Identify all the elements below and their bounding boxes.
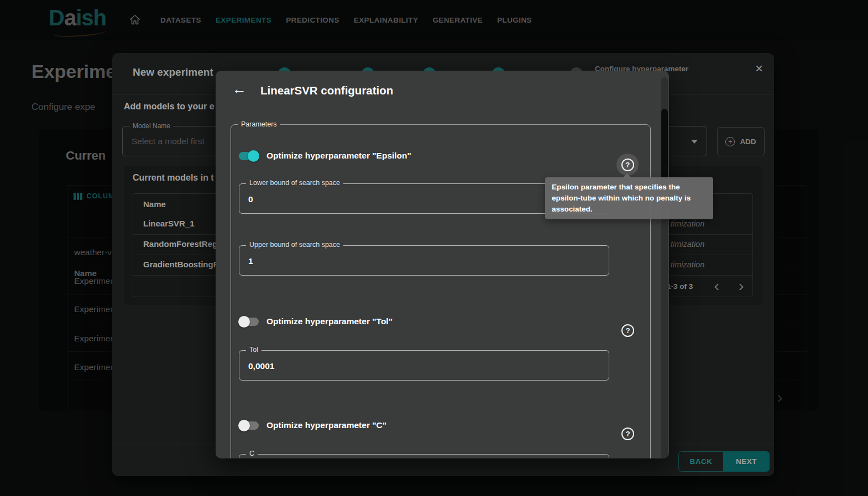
tol-toggle-label: Optimize hyperparameter "Tol" [266,316,393,326]
field-value: 1 [248,455,253,458]
toggle-knob [238,316,250,328]
parameters-fieldset: Parameters Optimize hyperparameter "Epsi… [231,120,651,458]
tol-toggle-row: Optimize hyperparameter "Tol" [239,315,393,328]
parameters-legend: Parameters [238,120,280,128]
back-arrow-icon[interactable]: ← [232,82,247,96]
tol-toggle[interactable] [239,318,259,326]
field-label: Upper bound of search space [246,241,343,249]
toggle-knob [248,150,259,162]
linearsvr-config-modal: ← LinearSVR configuration Parameters Opt… [216,71,669,458]
epsilon-toggle-label: Optimize hyperparameter "Epsilon" [266,151,411,161]
config-modal-title: LinearSVR configuration [260,84,393,97]
field-value: 0 [248,184,253,214]
c-help-icon[interactable]: ? [621,428,634,440]
epsilon-toggle[interactable] [239,152,259,160]
field-value: 1 [248,246,253,276]
epsilon-toggle-row: Optimize hyperparameter "Epsilon" [239,149,411,162]
scrollbar-thumb[interactable] [661,109,668,188]
field-label: Lower bound of search space [246,179,343,187]
upper-bound-field[interactable]: Upper bound of search space 1 [239,245,609,276]
toggle-knob [238,420,250,431]
tol-field[interactable]: Tol 0,0001 [239,350,609,381]
c-field[interactable]: C 1 [239,454,609,458]
field-value: 0,0001 [248,351,274,381]
screen: Daish DATASETS EXPERIMENTS PREDICTIONS E… [0,0,868,496]
c-toggle-label: Optimize hyperparameter "C" [266,420,386,430]
scrollbar-track[interactable] [661,77,668,458]
epsilon-tooltip: Epsilon parameter that specifies the eps… [545,177,713,219]
tol-help-icon[interactable]: ? [621,324,634,337]
c-toggle-row: Optimize hyperparameter "C" [239,419,386,432]
c-toggle[interactable] [239,421,259,430]
epsilon-help-icon[interactable]: ? [616,154,639,176]
